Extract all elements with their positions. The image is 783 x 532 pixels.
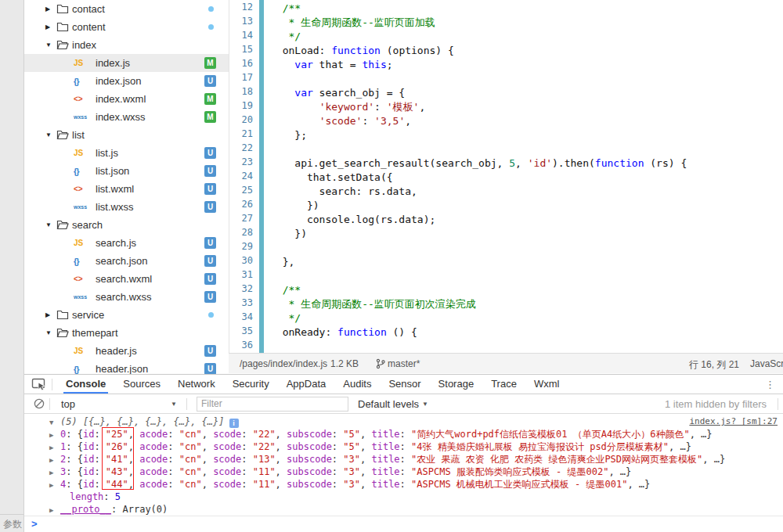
execution-context-select[interactable]: top ▼: [55, 398, 182, 410]
more-menu-icon[interactable]: ⋮: [765, 379, 775, 390]
prop-value: "22": [253, 429, 276, 440]
tree-folder-index[interactable]: ▼index: [24, 36, 229, 54]
console-array-item-2[interactable]: ▶2: {id: "41", acode: "cn", scode: "13",…: [24, 453, 783, 466]
prop-key: id: [83, 441, 94, 452]
console-source-link[interactable]: index.js? [sm]:27: [689, 415, 778, 428]
console-array-item-4[interactable]: ▶4: {id: "44", acode: "cn", scode: "11",…: [24, 478, 783, 491]
console-array-item-3[interactable]: ▶3: {id: "43", acode: "cn", scode: "11",…: [24, 466, 783, 478]
line-number: 32: [229, 283, 259, 297]
tab-console[interactable]: Console: [57, 375, 114, 394]
code-token: (rs) {: [644, 157, 687, 169]
code-token: /**: [270, 284, 301, 296]
prop-value: "5": [343, 441, 360, 452]
prop-key: id: [83, 466, 94, 477]
prop-value: "11": [253, 466, 276, 477]
language-mode[interactable]: JavaScript: [750, 358, 783, 369]
tree-file-list-wxss[interactable]: wxsslist.wxssU: [24, 198, 229, 216]
clear-console-icon[interactable]: [34, 398, 45, 409]
collapse-arrow-icon[interactable]: ▼: [45, 329, 56, 336]
tree-folder-contact[interactable]: ▶contact: [24, 0, 229, 18]
tab-sensor[interactable]: Sensor: [380, 375, 429, 394]
prop-key: scode: [213, 466, 241, 477]
collapse-triangle-icon[interactable]: ▼: [49, 416, 53, 429]
console-array-preview[interactable]: ▼(5) [{…}, {…}, {…}, {…}, {…}]i index.js…: [24, 415, 783, 428]
tree-file-search-wxss[interactable]: wxsssearch.wxssU: [24, 288, 229, 306]
tab-network[interactable]: Network: [169, 375, 224, 394]
tab-audits[interactable]: Audits: [334, 375, 380, 394]
prop-key: title: [371, 466, 399, 477]
tab-storage[interactable]: Storage: [430, 375, 483, 394]
prop-key: subscode: [287, 441, 332, 452]
tab-security[interactable]: Security: [224, 375, 278, 394]
tree-folder-service[interactable]: ▶service: [24, 306, 229, 324]
prop-value: "4张 精美婚庆婚礼展板 易拉宝海报设计 psd分层模板素材": [411, 441, 669, 452]
inspect-element-icon[interactable]: [31, 377, 47, 391]
tree-folder-list[interactable]: ▼list: [24, 126, 229, 144]
tree-file-search-wxml[interactable]: <>search.wxmlU: [24, 270, 229, 288]
expand-triangle-icon[interactable]: ▶: [49, 466, 53, 479]
expand-arrow-icon[interactable]: ▶: [45, 5, 56, 13]
tree-folder-themepart[interactable]: ▼themepart: [24, 324, 229, 342]
code-line: [270, 142, 783, 156]
divider: [52, 379, 52, 390]
console-array-item-1[interactable]: ▶1: {id: "26", acode: "cn", scode: "22",…: [24, 440, 783, 453]
code-token: */: [270, 312, 301, 324]
code-editor[interactable]: 1213141516171819202122232425262728293031…: [229, 0, 783, 353]
console-proto-row[interactable]: ▶__proto__: Array(0): [24, 503, 783, 516]
tree-file-index-js[interactable]: JSindex.jsM: [24, 54, 229, 72]
code-token: ;: [387, 59, 393, 70]
tree-file-index-wxml[interactable]: <>index.wxmlM: [24, 90, 229, 108]
console-array-item-0[interactable]: ▶0: {id: "25", acode: "cn", scode: "22",…: [24, 428, 783, 440]
tree-file-index-wxss[interactable]: wxssindex.wxssM: [24, 108, 229, 126]
tree-file-search-json[interactable]: { }search.jsonU: [24, 252, 229, 270]
expand-arrow-icon[interactable]: ▶: [45, 311, 56, 318]
expand-triangle-icon[interactable]: ▶: [49, 441, 53, 454]
prop-value: "农业 果蔬 农资 化肥 农药类 绿色清爽企业PSD网站网页整套模板": [411, 454, 702, 465]
tab-appdata[interactable]: AppData: [278, 375, 335, 394]
expand-triangle-icon[interactable]: ▶: [49, 504, 53, 516]
code-token: function: [337, 326, 387, 338]
expand-triangle-icon[interactable]: ▶: [49, 479, 53, 491]
code-content[interactable]: /** * 生命周期函数--监听页面加载 */ onLoad: function…: [270, 2, 783, 354]
wxml-file-icon: <>: [74, 275, 92, 283]
tree-file-header-json[interactable]: { }header.jsonU: [24, 360, 229, 374]
params-panel-label[interactable]: 参数: [3, 518, 22, 531]
file-name: search.wxml: [96, 273, 152, 285]
code-token: function: [595, 157, 644, 169]
json-file-icon: { }: [74, 77, 92, 86]
code-token: 'scode': [319, 115, 363, 127]
expand-arrow-icon[interactable]: ▶: [45, 23, 56, 31]
file-name: index.wxss: [96, 111, 146, 123]
prop-key: id: [83, 429, 94, 440]
git-branch[interactable]: master*: [376, 358, 420, 369]
code-line: */: [270, 311, 783, 325]
collapse-arrow-icon[interactable]: ▼: [45, 41, 56, 49]
tree-folder-search[interactable]: ▼search: [24, 216, 229, 234]
tree-file-search-js[interactable]: JSsearch.jsU: [24, 234, 229, 252]
collapse-arrow-icon[interactable]: ▼: [45, 221, 56, 228]
tree-file-header-js[interactable]: JSheader.jsU: [24, 342, 229, 360]
tab-trace[interactable]: Trace: [482, 375, 525, 394]
tree-file-index-json[interactable]: { }index.jsonU: [24, 72, 229, 90]
devtools-tab-bar: ConsoleSourcesNetworkSecurityAppDataAudi…: [24, 375, 783, 394]
change-dot: [208, 24, 214, 30]
tree-folder-content[interactable]: ▶content: [24, 18, 229, 36]
cursor-position[interactable]: 行 16, 列 21: [689, 358, 739, 372]
code-token: function: [331, 45, 381, 56]
code-token: }): [270, 228, 307, 239]
tree-file-list-wxml[interactable]: <>list.wxmlU: [24, 180, 229, 198]
tree-file-list-json[interactable]: { }list.jsonU: [24, 162, 229, 180]
console-filter-input[interactable]: [197, 397, 348, 412]
collapse-arrow-icon[interactable]: ▼: [45, 131, 56, 138]
tab-sources[interactable]: Sources: [114, 375, 169, 394]
expand-triangle-icon[interactable]: ▶: [49, 429, 53, 441]
folder-open-icon: [56, 40, 69, 50]
expand-triangle-icon[interactable]: ▶: [49, 454, 53, 466]
tree-file-list-js[interactable]: JSlist.jsU: [24, 144, 229, 162]
code-token: * 生命周期函数--监听页面初次渲染完成: [270, 298, 476, 310]
folder-open-icon: [56, 130, 69, 140]
tab-wxml[interactable]: Wxml: [525, 375, 568, 394]
code-token: ,: [515, 157, 528, 169]
log-levels-select[interactable]: Default levels ▼: [358, 398, 428, 410]
console-prompt[interactable]: >: [24, 516, 783, 532]
